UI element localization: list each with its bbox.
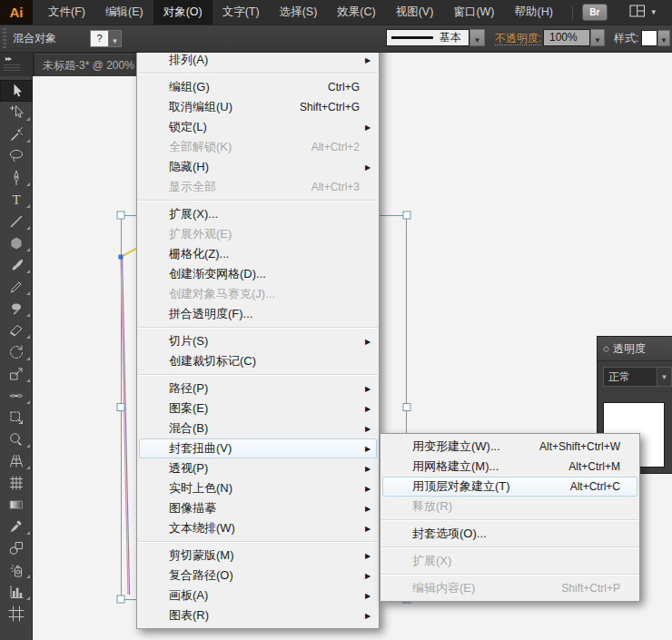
collapse-panel-icon[interactable]: ▸▸ [5,54,11,63]
width-tool[interactable] [0,385,33,407]
toolbar-grip[interactable] [4,64,20,73]
mesh-tool[interactable] [0,472,33,494]
object-menu-item[interactable]: 混合(B)▶ [139,418,377,438]
column-graph-tool[interactable] [0,581,33,603]
object-menu-item[interactable]: 复合路径(O)▶ [139,566,377,586]
menubar-item[interactable]: 编辑(E) [95,0,153,25]
menubar-item[interactable]: 对象(O) [153,0,212,25]
envelope-submenu-item[interactable]: 用变形建立(W)...Alt+Shift+Ctrl+W [382,437,637,457]
lasso-tool[interactable] [0,145,33,167]
line-segment-tool[interactable] [0,211,33,232]
panel-collapse-icon[interactable]: ◇ [603,344,609,353]
style-swatch[interactable] [641,30,657,46]
object-menu-item[interactable]: 扩展(X)... [139,204,377,224]
artboard-tool[interactable] [0,603,33,625]
menu-item-label: 扩展(X)... [169,206,218,222]
menu-item-shortcut: Ctrl+G [328,81,360,94]
object-menu-item[interactable]: 路径(P)▶ [139,379,377,399]
envelope-submenu-item[interactable]: 用网格建立(M)...Alt+Ctrl+M [382,457,637,477]
perspective-grid-tool[interactable] [0,450,33,472]
envelope-distort-submenu: 用变形建立(W)...Alt+Shift+Ctrl+W用网格建立(M)...Al… [380,433,640,602]
object-menu-item[interactable]: 透视(P)▶ [139,458,377,478]
menu-item-label: 扩展外观(E) [169,226,232,242]
sprayer-icon [7,561,25,579]
object-menu-item[interactable]: 栅格化(Z)... [139,244,377,264]
brush-definition-dropdown-button[interactable]: ▼ [469,29,485,46]
variable-width-profile-dropdown[interactable]: ▼ [108,30,122,47]
menu-item-shortcut: Alt+Ctrl+2 [311,141,360,153]
style-label: 样式: [614,25,638,52]
pencil-tool[interactable] [0,276,33,298]
blend-mode-dropdown-button[interactable]: ▼ [657,368,671,386]
envelope-submenu-item[interactable]: 封套选项(O)... [382,524,637,544]
object-menu-item[interactable]: 创建裁切标记(C) [139,351,377,371]
workspace-switcher[interactable]: ▼ [629,5,657,21]
gradient-tool[interactable] [0,494,33,516]
menubar-item[interactable]: 帮助(H) [505,0,563,25]
menu-separator [138,327,378,329]
blend-mode-dropdown[interactable]: 正常 ▼ [603,367,672,387]
object-menu-item[interactable]: 封套扭曲(V)▶ [139,438,377,458]
menubar-item[interactable]: 文字(T) [212,0,270,25]
shape-tool[interactable] [0,232,33,254]
paintbrush-tool[interactable] [0,254,33,276]
bridge-button[interactable]: Br [582,4,608,21]
shape-builder-tool[interactable] [0,428,33,450]
rotate-tool[interactable] [0,341,33,363]
object-menu-item[interactable]: 图表(R)▶ [139,606,377,625]
object-menu-item[interactable]: 编组(G)Ctrl+G [139,77,377,97]
transparency-panel-header[interactable]: ◇ 透明度 [598,337,672,361]
eyedropper-tool[interactable] [0,516,33,537]
object-menu-item: 全部解锁(K)Alt+Ctrl+2 [139,137,377,157]
flyout-indicator [26,291,30,295]
menubar-item[interactable]: 视图(V) [386,0,444,25]
opacity-input[interactable]: 100% [543,29,590,46]
pen-tool[interactable] [0,167,33,189]
document-tab[interactable]: 未标题-3* @ 200% [35,54,136,76]
object-menu-item[interactable]: 排列(A)▶ [139,50,377,70]
submenu-arrow-icon: ▶ [360,56,376,64]
blend-tool[interactable] [0,537,33,559]
object-menu-item[interactable]: 取消编组(U)Shift+Ctrl+G [139,97,377,117]
selection-tool[interactable] [0,80,33,102]
menubar-item[interactable]: 效果(C) [327,0,385,25]
object-menu-item[interactable]: 创建渐变网格(D)... [139,264,377,284]
submenu-arrow-icon: ▶ [360,552,376,560]
control-bar-grip[interactable] [3,28,6,48]
object-menu-item[interactable]: 图案(E)▶ [139,399,377,418]
stroke-preview-line [391,36,433,39]
magic-wand-tool[interactable] [0,123,33,145]
control-bar: 混合对象 ? ▼ 基本 ▼ 不透明度: 100% ▼ 样式: ▼ [0,25,672,53]
type-tool[interactable]: T [0,189,33,211]
direct-selection-tool[interactable] [0,102,33,123]
scale-tool[interactable] [0,363,33,385]
symbol-sprayer-tool[interactable] [0,559,33,581]
object-menu-item[interactable]: 锁定(L)▶ [139,117,377,137]
object-menu-item[interactable]: 文本绕排(W)▶ [139,518,377,538]
object-menu-item[interactable]: 隐藏(H)▶ [139,157,377,177]
menu-item-label: 全部解锁(K) [169,139,232,155]
polygon-icon [7,234,25,252]
object-menu-item[interactable]: 拼合透明度(F)... [139,304,377,324]
object-menu-item[interactable]: 切片(S)▶ [139,331,377,351]
eraser-tool[interactable] [0,320,33,341]
brush-definition-dropdown[interactable]: 基本 [386,29,469,46]
object-menu-item[interactable]: 实时上色(N)▶ [139,478,377,498]
object-menu-item[interactable]: 图像描摹▶ [139,498,377,518]
object-menu-item[interactable]: 画板(A)▶ [139,586,377,606]
menubar-item[interactable]: 窗口(W) [443,0,504,25]
menubar-item[interactable]: 选择(S) [270,0,328,25]
graph-icon [7,583,25,601]
variable-width-profile-value[interactable]: ? [90,30,109,47]
menubar-item[interactable]: 文件(F) [38,0,95,25]
object-menu-item: 显示全部Alt+Ctrl+3 [139,177,377,197]
free-transform-tool[interactable] [0,407,33,428]
blob-brush-tool[interactable] [0,298,33,320]
object-menu-item[interactable]: 剪切蒙版(M)▶ [139,546,377,566]
opacity-link[interactable]: 不透明度: [495,25,541,45]
envelope-submenu-item[interactable]: 用顶层对象建立(T)Alt+Ctrl+C [382,477,637,497]
style-dropdown-button[interactable]: ▼ [657,30,670,46]
mesh-icon [7,474,25,492]
opacity-dropdown-button[interactable]: ▼ [590,29,605,46]
menubar-divider [572,5,573,20]
